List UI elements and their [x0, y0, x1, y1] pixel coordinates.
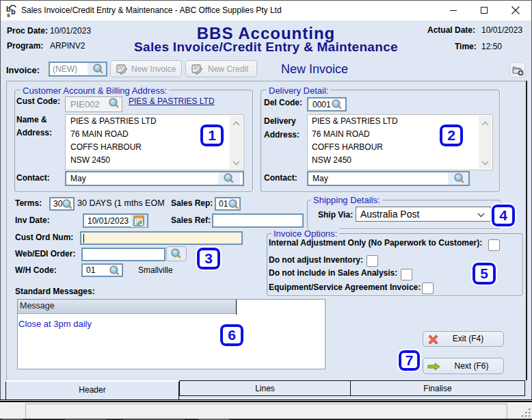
svg-text:b: b [11, 8, 16, 16]
svg-text:s: s [7, 12, 10, 18]
